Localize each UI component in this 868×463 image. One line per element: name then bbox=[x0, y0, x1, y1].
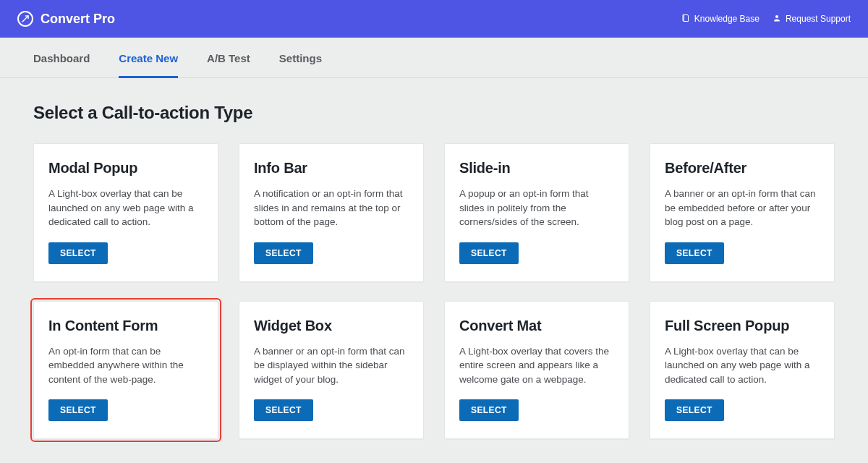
tab-label: A/B Test bbox=[207, 52, 250, 64]
user-icon bbox=[773, 14, 781, 25]
select-button[interactable]: SELECT bbox=[665, 242, 724, 264]
svg-line-0 bbox=[22, 16, 28, 22]
tab-ab-test[interactable]: A/B Test bbox=[207, 38, 250, 78]
select-button[interactable]: SELECT bbox=[254, 242, 313, 264]
card-desc: A banner or an opt-in form that can be e… bbox=[665, 187, 820, 229]
card-title: Convert Mat bbox=[459, 318, 614, 334]
card-title: Info Bar bbox=[254, 160, 409, 177]
select-button[interactable]: SELECT bbox=[254, 399, 313, 421]
card-title: Full Screen Popup bbox=[665, 318, 820, 334]
page-title: Select a Call-to-action Type bbox=[33, 103, 835, 123]
card-in-content-form: In Content Form An opt-in form that can … bbox=[33, 301, 218, 440]
card-info-bar: Info Bar A notification or an opt-in for… bbox=[239, 143, 424, 282]
card-widget-box: Widget Box A banner or an opt-in form th… bbox=[239, 301, 424, 440]
select-button[interactable]: SELECT bbox=[459, 242, 519, 264]
card-title: Before/After bbox=[665, 160, 820, 177]
card-desc: An opt-in form that can be embedded anyw… bbox=[48, 344, 203, 387]
tab-settings[interactable]: Settings bbox=[279, 38, 322, 78]
card-full-screen-popup: Full Screen Popup A Light-box overlay th… bbox=[650, 301, 835, 440]
card-desc: A notification or an opt-in form that sl… bbox=[254, 187, 409, 229]
tab-label: Settings bbox=[279, 52, 322, 64]
svg-point-2 bbox=[775, 15, 778, 18]
brand-text: Convert Pro bbox=[41, 12, 115, 27]
tab-label: Create New bbox=[119, 52, 178, 64]
card-title: In Content Form bbox=[48, 318, 203, 334]
request-support-link[interactable]: Request Support bbox=[773, 14, 851, 25]
select-button[interactable]: SELECT bbox=[459, 399, 519, 421]
select-button[interactable]: SELECT bbox=[48, 399, 108, 421]
page: Select a Call-to-action Type Modal Popup… bbox=[0, 78, 868, 461]
select-button[interactable]: SELECT bbox=[665, 399, 724, 421]
card-title: Modal Popup bbox=[48, 160, 203, 177]
tab-create-new[interactable]: Create New bbox=[119, 38, 178, 78]
brand: Convert Pro bbox=[17, 11, 115, 27]
knowledge-base-label: Knowledge Base bbox=[694, 14, 760, 24]
brand-logo-icon bbox=[17, 11, 33, 27]
card-slide-in: Slide-in A popup or an opt-in form that … bbox=[444, 143, 629, 282]
card-desc: A Light-box overlay that can be launched… bbox=[48, 187, 203, 229]
card-title: Widget Box bbox=[254, 318, 409, 334]
tab-dashboard[interactable]: Dashboard bbox=[33, 38, 90, 78]
card-title: Slide-in bbox=[459, 160, 614, 177]
request-support-label: Request Support bbox=[786, 14, 851, 24]
topbar: Convert Pro Knowledge Base Request Suppo… bbox=[0, 0, 868, 38]
card-before-after: Before/After A banner or an opt-in form … bbox=[650, 143, 835, 282]
book-icon bbox=[681, 14, 690, 25]
card-desc: A banner or an opt-in form that can be d… bbox=[254, 344, 409, 387]
cta-grid: Modal Popup A Light-box overlay that can… bbox=[33, 143, 835, 439]
tabbar: Dashboard Create New A/B Test Settings bbox=[0, 38, 868, 78]
tab-label: Dashboard bbox=[33, 52, 90, 64]
card-desc: A popup or an opt-in form that slides in… bbox=[459, 187, 614, 229]
card-desc: A Light-box overlay that covers the enti… bbox=[459, 344, 614, 387]
card-desc: A Light-box overlay that can be launched… bbox=[665, 344, 820, 387]
knowledge-base-link[interactable]: Knowledge Base bbox=[681, 14, 760, 25]
card-modal-popup: Modal Popup A Light-box overlay that can… bbox=[33, 143, 218, 282]
select-button[interactable]: SELECT bbox=[48, 242, 108, 264]
card-convert-mat: Convert Mat A Light-box overlay that cov… bbox=[444, 301, 629, 440]
